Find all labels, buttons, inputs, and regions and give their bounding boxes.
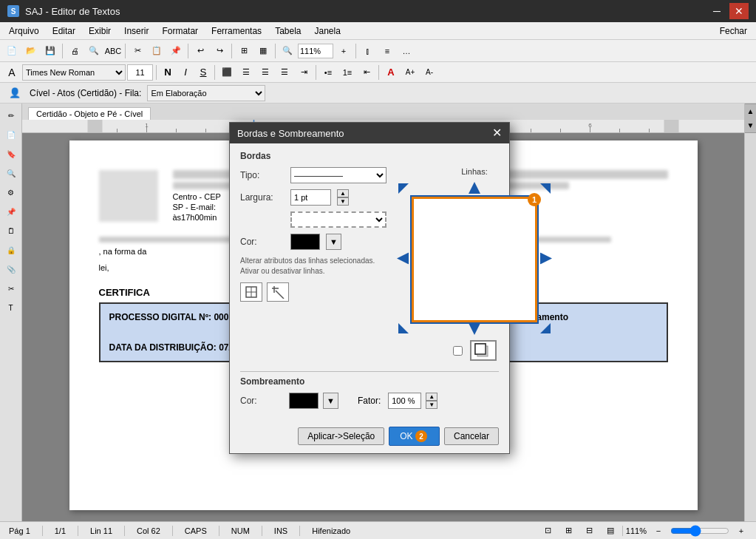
divider [240,371,499,372]
border-preview-box[interactable]: 1 [412,197,537,322]
svg-marker-41 [398,323,409,333]
largura-row: Largura: ▲ ▼ [240,189,386,206]
shading-cor-label: Cor: [240,396,285,406]
corner-tl[interactable] [398,183,409,196]
ok-label: OK [400,431,412,441]
largura-down-btn[interactable]: ▼ [337,197,349,206]
dialog-right-preview: Linhas: [394,167,555,367]
icon-buttons [240,282,386,302]
corner-br[interactable] [540,323,551,336]
badge-1: 1 [528,193,541,206]
dialog-body: Bordas Tipo: —————— - - - - - - ········… [230,143,509,421]
tipo2-row [240,211,386,228]
shading-color-dropdown[interactable]: ▼ [323,393,338,409]
svg-marker-35 [469,182,480,194]
dialog-footer: Aplicar->Seleção OK 2 Cancelar [230,421,509,453]
arrow-bottom[interactable] [469,323,480,337]
tipo-label: Tipo: [240,170,285,180]
svg-line-34 [276,291,284,299]
cor-dropdown-btn[interactable]: ▼ [326,234,341,250]
fator-spin: ▲ ▼ [426,393,437,409]
shading-label: Sombreamento [240,376,499,387]
linhas-label: Linhas: [461,167,487,176]
tipo-row: Tipo: —————— - - - - - - ········· [240,167,386,183]
corner-bl[interactable] [398,323,409,336]
dialog-overlay: Bordas e Sombreamento ✕ Bordas Tipo: ———… [0,0,756,539]
dialog-main-content: Tipo: —————— - - - - - - ········· Largu… [240,167,499,367]
svg-marker-38 [540,253,552,265]
bordas-section-label: Bordas [240,151,499,161]
dialog-title-text: Bordas e Sombreamento [237,128,344,139]
fator-label: Fator: [358,396,381,406]
cancel-button[interactable]: Cancelar [444,427,499,445]
largura-up-btn[interactable]: ▲ [337,189,349,197]
tipo-select[interactable]: —————— - - - - - - ········· [290,167,386,183]
shadow-checkbox[interactable] [453,346,463,356]
dialog-close-button[interactable]: ✕ [492,127,502,139]
largura-input[interactable] [290,189,331,206]
apply-button[interactable]: Aplicar->Seleção [298,427,384,445]
svg-marker-36 [469,323,480,335]
shadow-icon [470,340,497,361]
svg-rect-45 [475,344,486,354]
hint-text: Alterar atributos das linhas selecionada… [240,256,386,277]
arrow-top[interactable] [469,182,480,196]
largura-label: Largura: [240,192,285,203]
dialog-left-controls: Tipo: —————— - - - - - - ········· Largu… [240,167,386,367]
ok-badge: 2 [415,430,427,442]
cor-label: Cor: [240,237,285,247]
arrow-left[interactable] [397,253,409,267]
dialog-title-bar: Bordas e Sombreamento ✕ [230,123,509,143]
fator-up-btn[interactable]: ▲ [426,393,437,401]
tipo2-select[interactable] [290,211,386,228]
svg-marker-37 [397,253,409,265]
svg-marker-40 [540,183,551,194]
fator-down-btn[interactable]: ▼ [426,401,437,409]
cor-color-box[interactable] [290,234,320,250]
arrow-right[interactable] [540,253,552,267]
bordas-dialog: Bordas e Sombreamento ✕ Bordas Tipo: ———… [229,122,510,454]
icon-btn-2[interactable] [267,282,289,302]
shading-row: Cor: ▼ Fator: ▲ ▼ [240,393,499,409]
ok-button[interactable]: OK 2 [389,427,440,446]
corner-tr[interactable] [540,183,551,196]
shading-color-box[interactable] [289,393,319,409]
largura-spin: ▲ ▼ [337,189,349,206]
shadow-check-row [453,340,497,361]
preview-wrapper: 1 [412,197,537,322]
fator-input[interactable] [388,393,421,409]
cor-row: Cor: ▼ [240,234,386,250]
svg-marker-39 [398,183,409,194]
icon-btn-1[interactable] [240,282,262,302]
svg-marker-42 [540,323,551,333]
